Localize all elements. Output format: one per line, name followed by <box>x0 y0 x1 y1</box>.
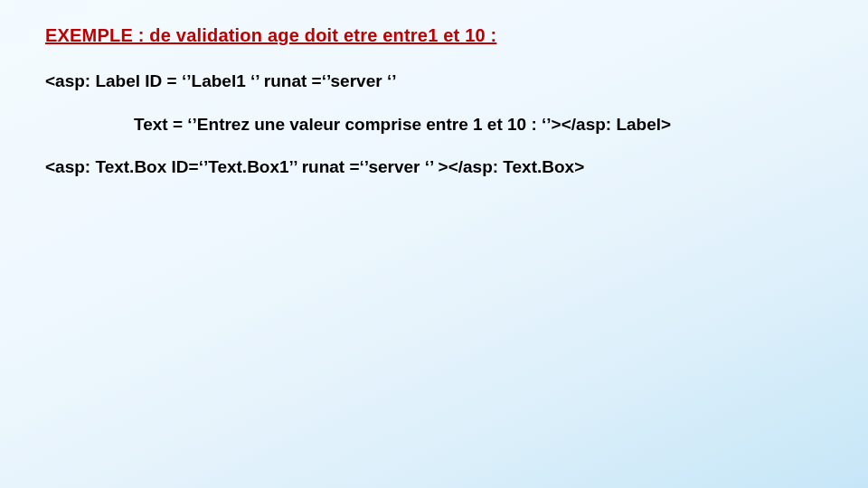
code-line-1: <asp: Label ID = ‘’Label1 ‘’ runat =‘’se… <box>45 70 823 93</box>
slide-content: EXEMPLE : de validation age doit etre en… <box>45 25 823 199</box>
slide: EXEMPLE : de validation age doit etre en… <box>0 0 868 488</box>
slide-title: EXEMPLE : de validation age doit etre en… <box>45 25 823 46</box>
code-line-3: <asp: Text.Box ID=‘’Text.Box1’’ runat =‘… <box>45 155 823 179</box>
code-line-2: Text = ‘’Entrez une valeur comprise entr… <box>45 113 823 136</box>
